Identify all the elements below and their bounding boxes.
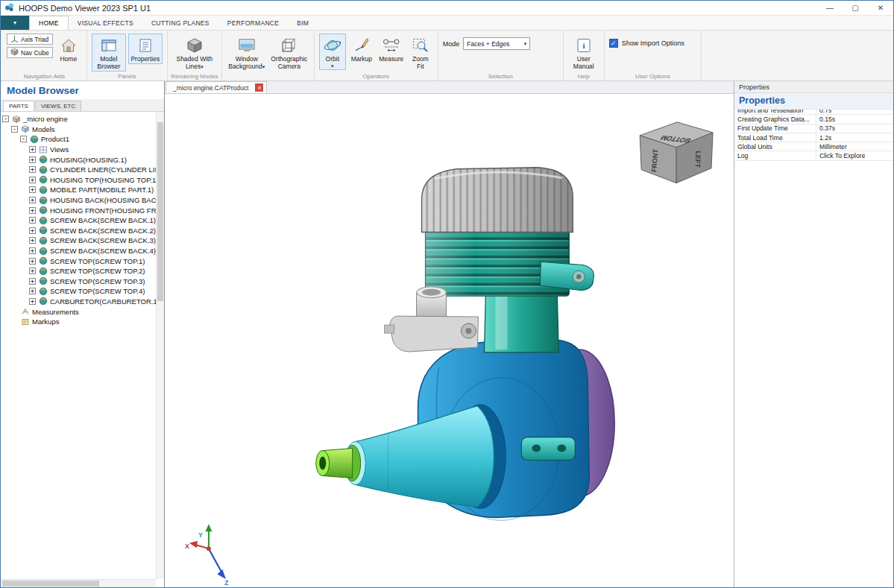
tree-item[interactable]: Measurements xyxy=(1,306,156,317)
close-button[interactable]: ✕ xyxy=(868,1,893,15)
nav-cube-toggle[interactable]: Nav Cube xyxy=(7,47,53,58)
maximize-button[interactable]: ▢ xyxy=(843,1,868,15)
tree-item-label: SCREW TOP(SCREW TOP.1) xyxy=(50,257,145,265)
tree-item[interactable]: + CYLINDER LINER(CYLINDER LINER.1) xyxy=(1,165,156,175)
properties-heading: Properties xyxy=(734,93,893,110)
tree-item-label: SCREW TOP(SCREW TOP.2) xyxy=(50,267,145,275)
ribbon-group-rendering-modes: Shaded With Lines▾ Rendering Modes xyxy=(168,31,222,80)
tree-expander[interactable]: + xyxy=(29,247,36,254)
tree-item[interactable]: + SCREW BACK(SCREW BACK.1) xyxy=(1,215,156,226)
app-menu-button[interactable]: ▾ xyxy=(1,16,29,30)
tab-parts[interactable]: PARTS xyxy=(3,101,34,111)
properties-label: Properties xyxy=(130,56,160,63)
tree-expander[interactable]: + xyxy=(29,217,36,224)
tab-bim[interactable]: BIM xyxy=(288,16,318,30)
minimize-button[interactable]: — xyxy=(817,1,843,15)
tree-expander[interactable]: + xyxy=(29,207,36,214)
tab-home[interactable]: HOME xyxy=(29,16,69,30)
engine-model[interactable] xyxy=(316,168,614,521)
shaded-with-lines-label: Shaded With Lines xyxy=(176,55,213,70)
orbit-button[interactable]: Orbit ▾ xyxy=(319,34,346,70)
orbit-label: Orbit xyxy=(326,56,339,63)
property-value: 0.15s xyxy=(816,116,835,123)
tree-expander[interactable]: + xyxy=(29,166,36,173)
orthographic-camera-button[interactable]: Orthographic Camera xyxy=(269,34,309,72)
tree-item[interactable]: + MOBILE PART(MOBILE PART.1) xyxy=(1,185,156,195)
tab-visual-effects[interactable]: VISUAL EFFECTS xyxy=(69,16,142,30)
tree-expander[interactable]: + xyxy=(29,278,36,285)
tree-item[interactable]: + CARBURETOR(CARBURETOR.1) xyxy=(1,297,156,307)
document-tab[interactable]: _micro engine.CATProduct x xyxy=(166,81,267,93)
show-import-options-checkbox[interactable]: ✓ xyxy=(609,39,618,48)
nav-cube[interactable]: BOTTOM FRONT LEFT xyxy=(640,122,713,183)
properties-button[interactable]: Properties xyxy=(128,34,163,64)
axis-triad-toggle[interactable]: Axis Triad xyxy=(7,34,53,45)
viewport[interactable]: BOTTOM FRONT LEFT Y X Z xyxy=(165,94,734,587)
main-area: Model Browser PARTS VIEWS, ETC - _micro … xyxy=(1,81,893,587)
model-browser-button[interactable]: Model Browser xyxy=(92,34,126,72)
tree-item[interactable]: + HOUSING(HOUSING.1) xyxy=(1,154,156,165)
property-row[interactable]: Creating Graphics Data... 0.15s xyxy=(734,115,893,124)
axis-x-label: X xyxy=(185,543,189,550)
tree-item[interactable]: + HOUSING FRONT(HOUSING FRONT.1) xyxy=(1,205,156,215)
document-area: _micro engine.CATProduct x xyxy=(165,81,734,587)
tree-expander[interactable]: + xyxy=(29,268,36,274)
document-tab-close-icon[interactable]: x xyxy=(255,83,263,92)
tree-item[interactable]: + HOUSING TOP(HOUSING TOP.1) xyxy=(1,175,156,186)
nav-cube-face-left: LEFT xyxy=(694,151,702,168)
user-manual-button[interactable]: i User Manual xyxy=(568,34,599,72)
tree-item[interactable]: - _micro engine xyxy=(1,114,156,124)
tree-expander[interactable]: + xyxy=(29,298,36,305)
model-tree-wrap: - _micro engine - Models - Product1 + Vi… xyxy=(1,112,164,587)
3d-viewport-scene[interactable]: BOTTOM FRONT LEFT Y X Z xyxy=(165,94,734,587)
markup-button[interactable]: Markup xyxy=(348,34,375,64)
tab-performance[interactable]: PERFORMANCE xyxy=(218,16,288,30)
tree-expander[interactable]: + xyxy=(29,227,36,234)
chevron-down-icon: ▾ xyxy=(524,41,527,47)
tab-views-etc[interactable]: VIEWS, ETC xyxy=(35,101,81,111)
property-row[interactable]: Total Load Time 1.2s xyxy=(734,133,893,142)
tree-item[interactable]: + SCREW BACK(SCREW BACK.2) xyxy=(1,226,156,236)
ribbon: Axis Triad Nav Cube Home Navigation Aids… xyxy=(1,31,893,81)
tree-item[interactable]: - Product1 xyxy=(1,134,156,145)
tree-item-label: Markups xyxy=(32,317,59,326)
tree-expander[interactable]: + xyxy=(29,237,36,244)
window-background-button[interactable]: Window Background▾ xyxy=(227,34,267,72)
tree-expander[interactable]: - xyxy=(11,126,18,133)
tree-expander[interactable]: + xyxy=(29,177,36,183)
zoom-fit-button[interactable]: Zoom Fit xyxy=(408,34,433,72)
selection-mode-select[interactable]: Faces + Edges ▾ xyxy=(463,37,530,50)
property-row[interactable]: Import and Tessellation 0.7s xyxy=(734,110,893,115)
tree-expander[interactable]: + xyxy=(29,146,36,153)
tree-horizontal-scrollbar[interactable] xyxy=(1,579,156,587)
measure-button[interactable]: Measure xyxy=(377,34,406,64)
property-row[interactable]: Global Units Millimeter xyxy=(734,142,893,151)
tree-item[interactable]: + SCREW TOP(SCREW TOP.3) xyxy=(1,276,156,287)
property-row[interactable]: First Update Time 0.37s xyxy=(734,124,893,133)
tab-cutting-planes[interactable]: CUTTING PLANES xyxy=(142,16,218,30)
tree-expander[interactable]: + xyxy=(29,157,36,163)
tree-item[interactable]: - Models xyxy=(1,124,156,135)
group-title-rendering-modes: Rendering Modes xyxy=(168,73,221,80)
tree-item[interactable]: Markups xyxy=(1,317,156,327)
nav-cube-icon xyxy=(10,48,19,57)
tree-expander[interactable]: - xyxy=(20,136,27,142)
tree-expander[interactable]: - xyxy=(2,116,9,122)
ribbon-group-operators: Orbit ▾ Markup Measure Zoom Fit Operator… xyxy=(315,31,438,80)
part-icon xyxy=(38,155,48,164)
tree-item[interactable]: + HOUSING BACK(HOUSING BACK.1) xyxy=(1,195,156,206)
home-button[interactable]: Home xyxy=(55,34,82,64)
tree-item[interactable]: + SCREW TOP(SCREW TOP.2) xyxy=(1,266,156,276)
tree-item[interactable]: + SCREW BACK(SCREW BACK.3) xyxy=(1,235,156,246)
property-row[interactable]: Log Click To Explore xyxy=(734,151,893,160)
tree-expander[interactable]: + xyxy=(29,258,36,265)
shaded-with-lines-button[interactable]: Shaded With Lines▾ xyxy=(172,34,217,72)
tree-item[interactable]: + SCREW TOP(SCREW TOP.4) xyxy=(1,286,156,297)
tree-expander[interactable]: + xyxy=(29,186,36,193)
tree-vertical-scrollbar[interactable] xyxy=(156,112,164,579)
tree-item[interactable]: + Views xyxy=(1,145,156,155)
tree-item[interactable]: + SCREW BACK(SCREW BACK.4) xyxy=(1,246,156,256)
tree-expander[interactable]: + xyxy=(29,197,36,203)
tree-item[interactable]: + SCREW TOP(SCREW TOP.1) xyxy=(1,256,156,266)
tree-expander[interactable]: + xyxy=(29,288,36,294)
